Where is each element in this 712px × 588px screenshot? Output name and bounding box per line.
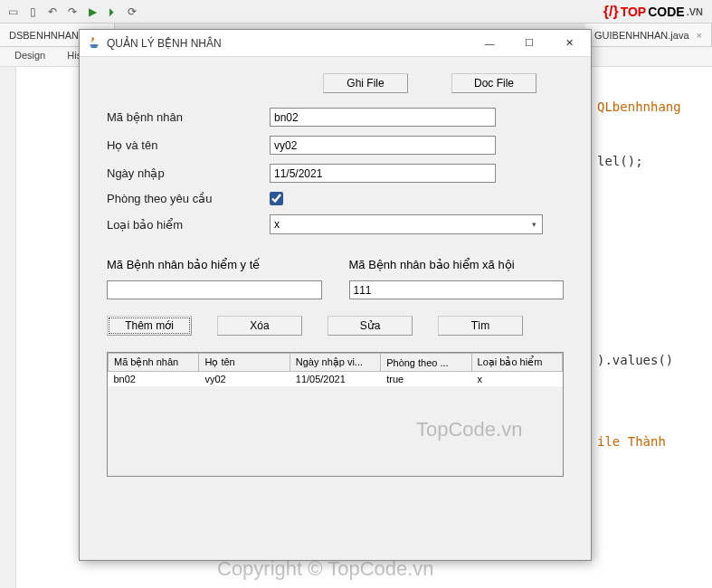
dialog-window: QUẢN LÝ BỆNH NHÂN — ☐ ✕ Ghi File Doc Fil… — [79, 29, 592, 561]
label-ten: Họ và tên — [107, 138, 270, 152]
toolbar-icon[interactable]: ↶ — [45, 5, 60, 19]
logo-icon: {/} — [603, 4, 619, 20]
col-xh: Mã Bệnh nhân bảo hiểm xã hội — [349, 258, 565, 299]
form-row-ngay: Ngày nhập — [107, 164, 564, 183]
code-fragment: QLbenhnhang — [597, 100, 681, 114]
top-button-row: Ghi File Doc File — [107, 73, 564, 93]
editor-tab-right[interactable]: GUIBENHNHAN.java × — [585, 24, 712, 46]
input-ma[interactable] — [270, 108, 496, 127]
label-bh: Loại bảo hiểm — [107, 218, 270, 232]
logo-text-vn: .VN — [687, 6, 703, 17]
combo-bh[interactable]: x ▾ — [270, 214, 543, 234]
table-row[interactable]: bn02 vy02 11/05/2021 true x — [109, 372, 563, 387]
table-empty-area — [108, 386, 563, 477]
cell-ma: bn02 — [109, 372, 199, 387]
code-fragment: lel(); — [597, 154, 643, 168]
run-icon[interactable]: ▶ — [85, 5, 100, 19]
gutter — [0, 67, 16, 588]
toolbar-icon[interactable]: ⟳ — [125, 5, 139, 19]
dialog-content: Ghi File Doc File Mã bệnh nhân Họ và tên… — [80, 57, 591, 560]
tab-label: GUIBENHNHAN.java — [594, 30, 689, 41]
th-bh[interactable]: Loại bảo hiểm — [471, 354, 562, 372]
code-fragment: ).values() — [597, 353, 673, 367]
form-row-phong: Phòng theo yêu cầu — [107, 192, 564, 205]
form-row-ten: Họ và tên — [107, 136, 564, 155]
topcode-logo: {/} TOPCODE.VN — [603, 4, 703, 20]
label-ngay: Ngày nhập — [107, 166, 270, 180]
code-fragment: ile Thành — [597, 434, 666, 449]
maximize-button[interactable]: ☐ — [509, 31, 549, 56]
logo-text-top: TOP — [621, 5, 647, 19]
checkbox-phong[interactable] — [270, 192, 283, 205]
tim-button[interactable]: Tìm — [438, 316, 523, 336]
combo-value: x — [274, 218, 280, 231]
label-yte: Mã Bệnh nhân bảo hiểm y tế — [107, 258, 322, 271]
action-row: Thêm mới Xóa Sửa Tìm — [107, 316, 564, 336]
input-yte[interactable] — [107, 280, 322, 299]
close-button[interactable]: ✕ — [549, 31, 589, 56]
them-button[interactable]: Thêm mới — [107, 316, 192, 336]
col-yte: Mã Bệnh nhân bảo hiểm y tế — [107, 258, 322, 299]
th-ten[interactable]: Họ tên — [199, 354, 290, 372]
window-title: QUẢN LÝ BỆNH NHÂN — [107, 37, 470, 50]
sua-button[interactable]: Sửa — [328, 316, 413, 336]
th-ma[interactable]: Mã bệnh nhân — [109, 354, 199, 372]
data-table[interactable]: Mã bệnh nhân Họ tên Ngày nhập vi... Phòn… — [108, 353, 563, 386]
titlebar[interactable]: QUẢN LÝ BỆNH NHÂN — ☐ ✕ — [80, 30, 591, 57]
table-container: Mã bệnh nhân Họ tên Ngày nhập vi... Phòn… — [107, 352, 564, 477]
doc-file-button[interactable]: Doc File — [451, 73, 536, 93]
cell-bh: x — [471, 372, 562, 387]
toolbar-icon[interactable]: ⏵ — [105, 5, 119, 19]
form-row-ma: Mã bệnh nhân — [107, 108, 564, 127]
close-icon[interactable]: × — [697, 30, 702, 41]
subtab-design[interactable]: Design — [9, 47, 51, 66]
th-phong[interactable]: Phòng theo ... — [381, 354, 471, 372]
window-controls: — ☐ ✕ — [470, 31, 589, 56]
cell-phong: true — [381, 372, 471, 387]
java-icon — [87, 36, 101, 51]
input-ngay[interactable] — [270, 164, 496, 183]
xoa-button[interactable]: Xóa — [217, 316, 302, 336]
ghi-file-button[interactable]: Ghi File — [323, 73, 408, 93]
input-ten[interactable] — [270, 136, 496, 155]
logo-text-code: CODE — [648, 5, 684, 19]
label-xh: Mã Bệnh nhân bảo hiểm xã hội — [349, 258, 565, 271]
toolbar-icon[interactable]: ↷ — [65, 5, 80, 19]
th-ngay[interactable]: Ngày nhập vi... — [290, 354, 380, 372]
minimize-button[interactable]: — — [470, 31, 509, 56]
cell-ngay: 11/05/2021 — [290, 372, 380, 387]
toolbar-icon[interactable]: ▯ — [25, 5, 40, 19]
table-header-row: Mã bệnh nhân Họ tên Ngày nhập vi... Phòn… — [109, 354, 563, 372]
form-row-bh: Loại bảo hiểm x ▾ — [107, 214, 564, 234]
toolbar-icon[interactable]: ▭ — [5, 5, 20, 19]
input-xh[interactable] — [349, 280, 565, 299]
cell-ten: vy02 — [199, 372, 290, 387]
sub-section: Mã Bệnh nhân bảo hiểm y tế Mã Bệnh nhân … — [107, 258, 564, 299]
label-phong: Phòng theo yêu cầu — [107, 192, 270, 205]
chevron-down-icon: ▾ — [532, 220, 536, 229]
label-ma: Mã bệnh nhân — [107, 110, 270, 124]
